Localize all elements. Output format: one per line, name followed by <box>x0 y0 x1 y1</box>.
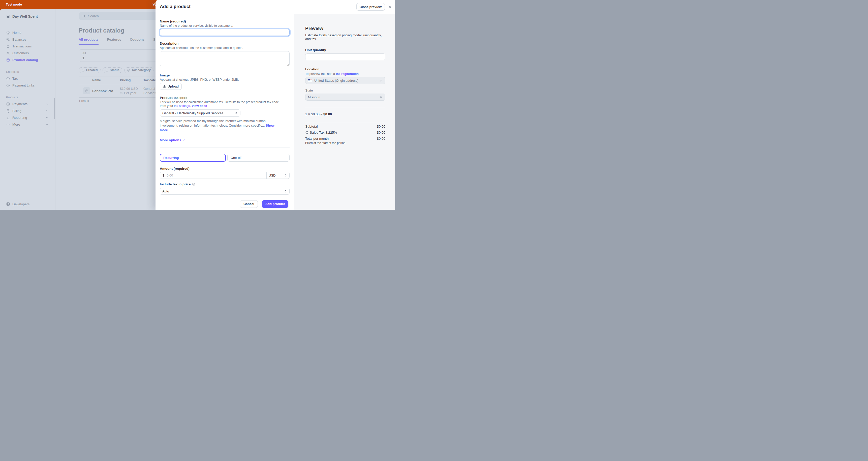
image-label: Image <box>160 74 289 77</box>
tab-all-products[interactable]: All products <box>79 37 98 41</box>
include-tax-select[interactable]: Auto <box>160 188 289 195</box>
more-options-link[interactable]: More options <box>160 138 289 142</box>
sidebar-scrollbar[interactable] <box>54 98 55 119</box>
filter-created[interactable]: Created <box>79 67 100 73</box>
close-button[interactable] <box>388 5 392 9</box>
clock-icon <box>6 84 10 87</box>
balances-icon <box>6 37 10 41</box>
sales-tax-row: Sales Tax 8.225% $0.00 <box>305 131 385 135</box>
tax-code-label: Product tax code <box>160 96 289 99</box>
close-preview-button[interactable]: Close preview <box>356 3 385 10</box>
filter-status[interactable]: Status <box>102 67 122 73</box>
description-field[interactable] <box>160 51 289 66</box>
storefront-icon <box>6 15 10 19</box>
preview-divider <box>305 108 385 108</box>
recurring-icon <box>120 91 123 94</box>
select-updown-icon <box>379 95 382 99</box>
upload-button[interactable]: Upload <box>160 83 182 90</box>
filter-chips: Created Status Tax category <box>79 67 154 73</box>
clock-icon <box>6 77 10 81</box>
price-equation: 1 × $0.00 = $0.00 <box>305 112 385 116</box>
location-helper: To preview tax, add a tax registration. <box>305 72 385 76</box>
col-header-pricing: Pricing <box>120 79 144 82</box>
sidebar-item-tax[interactable]: Tax <box>6 75 55 82</box>
pricing-type-toggle: Recurring One-off <box>160 154 289 162</box>
one-off-option[interactable]: One-off <box>227 154 289 162</box>
include-tax-label: Include tax in price <box>160 182 190 186</box>
sidebar-item-product-catalog[interactable]: Product catalog <box>6 57 55 63</box>
merchant-name: Day Well Spent <box>12 15 38 19</box>
tax-registration-link[interactable]: tax registration <box>336 72 359 76</box>
amount-label: Amount (required) <box>160 167 289 171</box>
info-icon[interactable] <box>192 182 195 186</box>
name-field[interactable] <box>160 29 289 36</box>
add-product-button[interactable]: Add product <box>262 200 288 208</box>
unit-quantity-label: Unit quantity <box>305 48 385 52</box>
state-label: State <box>305 88 385 92</box>
sidebar-item-payments[interactable]: Payments <box>6 100 55 108</box>
tab-coupons[interactable]: Coupons <box>130 37 145 41</box>
tab-features[interactable]: Features <box>107 37 121 41</box>
recurring-option[interactable]: Recurring <box>160 154 226 162</box>
tax-code-select[interactable]: General - Electronically Supplied Servic… <box>160 110 241 116</box>
image-helper: Appears at checkout. JPEG, PNG, or WEBP … <box>160 78 289 82</box>
bar-chart-icon <box>6 116 10 120</box>
plus-circle-icon <box>82 68 85 72</box>
search-placeholder: Search <box>88 14 99 18</box>
transactions-icon <box>6 45 10 49</box>
select-updown-icon <box>235 112 238 115</box>
sidebar-item-reporting[interactable]: Reporting <box>6 114 55 121</box>
tax-settings-link[interactable]: tax settings <box>174 104 190 108</box>
subtotal-row: Subtotal $0.00 <box>305 124 385 128</box>
cancel-button[interactable]: Cancel <box>240 200 258 208</box>
plus-circle-icon <box>127 68 130 72</box>
products-section-title: Products <box>6 95 55 99</box>
modal-footer: Cancel Add product <box>155 198 294 210</box>
us-flag-icon <box>308 79 312 82</box>
sidebar-item-more[interactable]: More <box>6 121 55 128</box>
name-label: Name (required) <box>160 20 289 23</box>
form-divider <box>160 147 289 148</box>
chevron-down-icon <box>182 139 186 142</box>
preview-panel: Preview Estimate totals based on pricing… <box>294 14 395 210</box>
home-icon <box>6 31 10 35</box>
invoice-icon <box>6 109 10 113</box>
include-tax-row: Include tax in price <box>160 182 289 186</box>
amount-field[interactable] <box>166 173 264 177</box>
sidebar-item-transactions[interactable]: Transactions <box>6 43 55 50</box>
filter-tax-category[interactable]: Tax category <box>124 67 154 73</box>
plus-circle-icon <box>105 68 108 72</box>
view-docs-link[interactable]: View docs <box>191 104 207 108</box>
sidebar-item-balances[interactable]: Balances <box>6 36 55 43</box>
merchant-switcher[interactable]: Day Well Spent <box>6 14 55 19</box>
select-updown-icon <box>284 190 287 193</box>
sidebar-item-developers[interactable]: Developers <box>6 202 30 206</box>
terminal-icon <box>6 202 10 206</box>
product-pricing: $19.99 USD Per year <box>120 86 144 95</box>
search-icon <box>82 15 86 18</box>
sidebar-item-payment-links[interactable]: Payment Links <box>6 82 55 89</box>
wallet-icon <box>6 102 10 106</box>
description-helper: Appears at checkout, on the customer por… <box>160 46 289 50</box>
country-select[interactable]: United States (Origin address) <box>305 77 385 84</box>
select-updown-icon <box>379 79 382 82</box>
location-label: Location <box>305 67 385 71</box>
state-select[interactable]: Missouri <box>305 93 385 100</box>
chevron-down-icon <box>45 116 49 119</box>
select-updown-icon <box>284 174 287 177</box>
chevron-down-icon <box>45 110 49 113</box>
modal-header: Add a product Close preview <box>155 0 395 14</box>
unit-quantity-field[interactable] <box>305 54 385 60</box>
sidebar-item-billing[interactable]: Billing <box>6 108 55 114</box>
sidebar-item-home[interactable]: Home <box>6 29 55 36</box>
box-icon <box>6 58 10 62</box>
chevron-down-icon <box>45 123 49 126</box>
sidebar-item-customers[interactable]: Customers <box>6 50 55 57</box>
billing-note: Billed at the start of the period <box>305 141 385 145</box>
currency-select[interactable]: USD <box>267 172 289 178</box>
result-count: 1 result <box>79 99 89 103</box>
chevron-down-icon <box>45 103 49 106</box>
box-icon <box>85 89 89 93</box>
amount-group: $ USD <box>160 172 289 179</box>
ellipsis-icon <box>6 122 10 126</box>
